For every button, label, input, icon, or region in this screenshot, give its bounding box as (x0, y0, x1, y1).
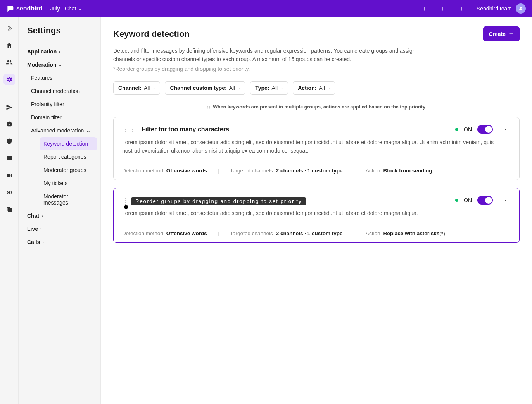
nav-channel-moderation[interactable]: Channel moderation (31, 84, 97, 98)
topbar: sendbird July - Chat ⌄ ＋ ＋ ＋ Sendbird te… (0, 0, 532, 17)
nav-domain-filter[interactable]: Domain filter (31, 111, 97, 124)
filter-custom-type[interactable]: Channel custom type: All ⌄ (165, 81, 245, 95)
rail-expand[interactable] (3, 22, 15, 34)
chevron-right-icon: › (40, 227, 41, 231)
nav-moderation[interactable]: Moderation ⌄ (27, 58, 97, 71)
filter-bar: Channel: All ⌄ Channel custom type: All … (113, 81, 520, 95)
status-dot-icon (455, 128, 458, 131)
create-button[interactable]: Create ＋ (483, 26, 520, 41)
meta-action-value: Block from sending (383, 168, 432, 174)
meta-detection-value: Offensive words (166, 230, 207, 236)
rail-bot[interactable] (3, 119, 15, 130)
rail-chat[interactable] (3, 153, 15, 164)
icon-rail (0, 17, 19, 404)
avatar-icon (516, 3, 526, 14)
status-label: ON (464, 197, 472, 203)
priority-hint-text: When keywords are present in multiple gr… (213, 104, 427, 110)
meta-channels-value: 2 channels · 1 custom type (276, 230, 343, 236)
drag-handle-icon[interactable]: ⋮⋮ Reorder groups by dragging and droppi… (122, 199, 136, 203)
page-title: Keyword detection (113, 29, 190, 39)
main-content: Keyword detection Create ＋ Detect and fi… (101, 17, 532, 404)
brand-logo[interactable]: sendbird (6, 5, 43, 12)
chevron-down-icon: ⌄ (237, 86, 240, 90)
nav-application[interactable]: Application › (27, 45, 97, 58)
nav-report-categories[interactable]: Report categories (40, 150, 97, 163)
status-toggle[interactable] (477, 125, 493, 134)
sidebar-title: Settings (27, 26, 97, 36)
team-name: Sendbird team (477, 5, 512, 12)
plus-icon: ＋ (508, 30, 514, 38)
page-note: *Reorder groups by dragging and dropping… (113, 65, 520, 74)
rail-video[interactable] (3, 170, 15, 181)
nav-moderator-messages[interactable]: Moderator messages (40, 190, 97, 209)
more-menu-icon[interactable]: ⋮ (501, 196, 511, 205)
rail-broadcast[interactable] (3, 187, 15, 198)
group-title: Filter for too many characters (142, 126, 229, 133)
filter-action[interactable]: Action: All ⌄ (293, 81, 335, 95)
filter-type[interactable]: Type: All ⌄ (250, 81, 288, 95)
group-card: ⋮⋮ Filter for too many characters ON ⋮ L… (113, 117, 520, 180)
priority-hint-bar: ↑↓ When keywords are present in multiple… (113, 103, 520, 110)
chevron-down-icon: ⌄ (86, 127, 91, 134)
create-action-2[interactable]: ＋ (439, 4, 446, 13)
group-description: Lorem ipsum dolor sit amet, consectetur … (122, 138, 511, 155)
rail-users[interactable] (3, 57, 15, 68)
drag-tooltip: Reorder groups by dragging and dropping … (131, 197, 306, 206)
project-switcher[interactable]: July - Chat ⌄ (50, 5, 82, 12)
nav-live[interactable]: Live › (27, 222, 97, 236)
filter-channel[interactable]: Channel: All ⌄ (113, 81, 160, 95)
chevron-right-icon: › (41, 214, 43, 218)
team-menu[interactable]: Sendbird team (477, 3, 526, 14)
chevron-right-icon: › (42, 240, 43, 244)
chevron-right-icon: › (59, 50, 60, 54)
nav-chat[interactable]: Chat › (27, 209, 97, 222)
meta-detection-value: Offensive words (166, 168, 207, 174)
topbar-actions: ＋ ＋ ＋ Sendbird team (421, 3, 526, 14)
status-dot-icon (455, 199, 458, 202)
nav-moderator-groups[interactable]: Moderator groups (40, 163, 97, 177)
create-action-1[interactable]: ＋ (421, 4, 428, 13)
rail-settings[interactable] (3, 74, 15, 85)
chevron-down-icon: ⌄ (152, 86, 155, 90)
group-meta: Detection method Offensive words | Targe… (122, 162, 511, 174)
nav-my-tickets[interactable]: My tickets (40, 177, 97, 190)
chevron-down-icon: ⌄ (280, 86, 283, 90)
status-label: ON (464, 126, 472, 132)
rail-send[interactable] (3, 101, 15, 113)
nav-profanity-filter[interactable]: Profanity filter (31, 98, 97, 111)
meta-action-value: Replace with asterisks(*) (383, 230, 445, 236)
chevron-down-icon: ⌄ (59, 63, 62, 67)
create-action-3[interactable]: ＋ (458, 4, 465, 13)
nav-keyword-detection[interactable]: Keyword detection (40, 137, 97, 150)
group-meta: Detection method Offensive words | Targe… (122, 225, 511, 236)
more-menu-icon[interactable]: ⋮ (501, 125, 511, 134)
rail-copy[interactable] (3, 204, 15, 215)
chevron-down-icon: ⌄ (78, 7, 81, 11)
rail-shield[interactable] (3, 136, 15, 147)
nav-features[interactable]: Features (31, 71, 97, 84)
status-toggle[interactable] (477, 196, 493, 205)
group-description: Lorem ipsum dolor sit amet, consectetur … (122, 209, 511, 218)
meta-channels-value: 2 channels · 1 custom type (276, 168, 343, 174)
brand-name: sendbird (16, 5, 43, 12)
nav-advanced-moderation[interactable]: Advanced moderation ⌄ (31, 124, 97, 137)
sort-icon: ↑↓ (206, 105, 211, 109)
project-name: July - Chat (50, 5, 76, 12)
logo-icon (6, 5, 14, 12)
nav-calls[interactable]: Calls › (27, 236, 97, 249)
group-card: ⋮⋮ Reorder groups by dragging and droppi… (113, 188, 520, 243)
settings-sidebar: Settings Application › Moderation ⌄ Feat… (19, 17, 101, 404)
page-description: Detect and filter messages by defining o… (113, 47, 416, 64)
chevron-down-icon: ⌄ (327, 86, 330, 90)
rail-home[interactable] (3, 40, 15, 51)
drag-handle-icon[interactable]: ⋮⋮ (122, 127, 136, 131)
